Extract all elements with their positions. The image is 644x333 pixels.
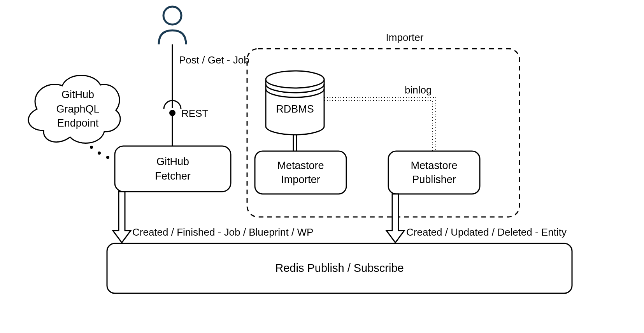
edge-label-publisher-redis: Created / Updated / Deleted - Entity — [406, 226, 567, 239]
edge-label-fetcher-redis: Created / Finished - Job / Blueprint / W… — [132, 226, 313, 239]
metastore-importer-label: Metastore Importer — [255, 151, 346, 194]
metastore-publisher-label: Metastore Publisher — [388, 151, 480, 194]
svg-point-6 — [266, 71, 324, 88]
svg-point-0 — [163, 7, 181, 25]
github-fetcher-label: GitHub Fetcher — [115, 146, 231, 192]
arrow-publisher-to-redis — [386, 194, 404, 243]
architecture-diagram: Post / Get - Job REST GitHub GraphQL End… — [0, 0, 644, 333]
redis-label: Redis Publish / Subscribe — [107, 243, 572, 293]
cloud-line-1: GitHub — [61, 88, 94, 102]
importer-group-label: Importer — [374, 31, 436, 44]
rdbms-label: RDBMS — [266, 97, 324, 121]
connector-cloud-to-fetcher — [90, 146, 109, 159]
edge-label-post-get-job: Post / Get - Job — [179, 54, 249, 67]
cloud-label: GitHub GraphQL Endpoint — [39, 86, 117, 132]
svg-point-1 — [169, 110, 175, 116]
connector-rdbms-to-importer — [293, 135, 297, 151]
cloud-line-2: GraphQL — [56, 102, 99, 116]
rest-label: REST — [181, 107, 208, 120]
svg-point-3 — [90, 146, 93, 149]
connector-binlog — [324, 97, 436, 151]
arrow-fetcher-to-redis — [113, 192, 131, 243]
cloud-line-3: Endpoint — [57, 116, 99, 130]
connector-binlog-2 — [324, 100, 433, 151]
user-icon — [159, 7, 186, 44]
svg-point-4 — [98, 152, 101, 155]
binlog-label: binlog — [405, 84, 432, 97]
svg-point-5 — [106, 156, 109, 159]
